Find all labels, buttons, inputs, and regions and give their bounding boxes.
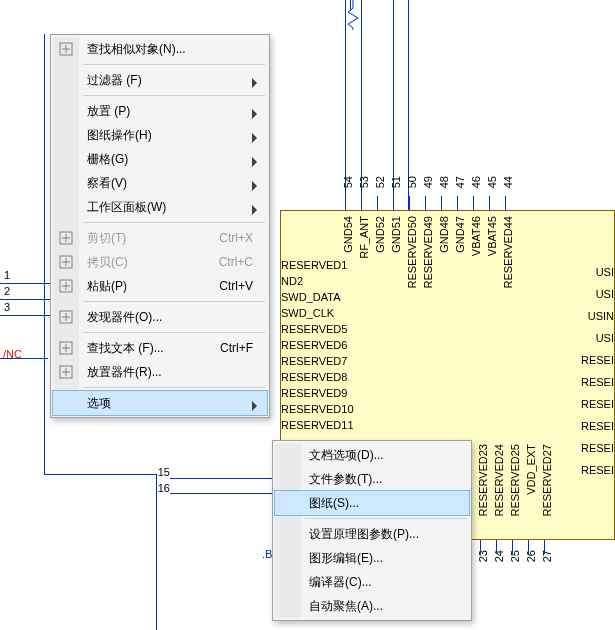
menu-item[interactable]: 文件参数(T)... [275,467,469,491]
wire [0,299,50,300]
menu-item-label: 设置原理图参数(P)... [309,527,419,541]
pin-name: RESERVED23 [477,444,489,517]
menu-item-label: 栅格(G) [87,152,128,166]
menu-item-icon [58,254,74,270]
context-menu[interactable]: 查找相似对象(N)...过滤器 (F)放置 (P)图纸操作(H)栅格(G)察看(… [50,34,270,418]
pin-stub [393,196,394,210]
menu-item-icon [58,364,74,380]
wire [170,478,274,479]
menu-item[interactable]: 放置 (P) [53,99,267,123]
pin-name: GND54 [342,216,354,253]
wire [0,358,48,359]
menu-shortcut: Ctrl+V [219,274,253,298]
pin-number: 44 [502,176,514,188]
menu-item-label: 剪切(T) [87,231,126,245]
menu-item-label: 图纸操作(H) [87,128,152,142]
menu-item[interactable]: 图纸(S)... [275,491,469,515]
menu-item[interactable]: 过滤器 (F) [53,68,267,92]
pin-number: 51 [390,176,402,188]
pin-name: RESERVED44 [502,216,514,289]
pin-name: VDD_EXT [525,444,537,495]
menu-item[interactable]: 设置原理图参数(P)... [275,522,469,546]
pin-name: RESERVED1 [281,259,347,271]
menu-item[interactable]: 选项 [53,391,267,415]
menu-item[interactable]: 图纸操作(H) [53,123,267,147]
pin-stub [457,196,458,210]
menu-item: 剪切(T)Ctrl+X [53,226,267,250]
pin-name: GND52 [374,216,386,253]
pin-stub [505,196,506,210]
pin-stub [496,540,497,554]
menu-item-label: 选项 [87,396,111,410]
component-symbol [345,0,365,30]
menu-item-label: 工作区面板(W) [87,200,166,214]
pin-name: USI [564,288,614,300]
pin-name: RESEI [564,398,614,410]
menu-item[interactable]: 查找相似对象(N)... [53,37,267,61]
wire [0,283,50,284]
menu-item-label: 查找相似对象(N)... [87,42,186,56]
pin-name: USI [564,332,614,344]
menu-item[interactable]: 工作区面板(W) [53,195,267,219]
pin-number: 24 [493,550,505,562]
menu-separator [83,64,265,65]
pin-name: RESEI [564,354,614,366]
menu-item-label: 粘贴(P) [87,279,127,293]
menu-item-icon [58,278,74,294]
wire [44,474,156,475]
menu-item[interactable]: 放置器件(R)... [53,360,267,384]
pin-name: RESERVED27 [541,444,553,517]
menu-item[interactable]: 粘贴(P)Ctrl+V [53,274,267,298]
menu-separator [305,518,467,519]
menu-separator [83,222,265,223]
menu-item-label: 查找文本 (F)... [87,341,164,355]
pin-name: USIN [564,310,614,322]
submenu-arrow-icon [251,73,259,97]
menu-separator [83,301,265,302]
pin-name: RESEI [564,420,614,432]
pin-name: SWD_CLK [281,307,334,319]
menu-separator [83,387,265,388]
menu-shortcut: Ctrl+C [219,250,253,274]
menu-item-label: 编译器(C)... [309,575,372,589]
menu-item-label: 拷贝(C) [87,255,128,269]
pin-number: 2 [4,285,10,297]
menu-shortcut: Ctrl+X [219,226,253,250]
pin-name: VBAT45 [486,216,498,256]
pin-number: 49 [422,176,434,188]
pin-name: ND2 [281,275,303,287]
menu-item[interactable]: 文档选项(D)... [275,443,469,467]
pin-number: 45 [486,176,498,188]
pin-name: RESERVED5 [281,323,347,335]
pin-stub [361,196,362,210]
menu-item[interactable]: 发现器件(O)... [53,305,267,329]
menu-item-icon [58,340,74,356]
menu-item[interactable]: 栅格(G) [53,147,267,171]
context-submenu-options[interactable]: 文档选项(D)...文件参数(T)...图纸(S)...设置原理图参数(P)..… [272,440,472,621]
menu-item[interactable]: 察看(V) [53,171,267,195]
menu-item[interactable]: 编译器(C)... [275,570,469,594]
menu-item-label: 放置器件(R)... [87,365,162,379]
pin-name: RESERVED6 [281,339,347,351]
menu-item-label: 自动聚焦(A)... [309,599,383,613]
pin-number: 15 [150,466,170,478]
pin-name: RESERVED7 [281,355,347,367]
pin-name: GND51 [390,216,402,253]
menu-item[interactable]: 图形编辑(E)... [275,546,469,570]
pin-number: 1 [4,269,10,281]
pin-name: RESEI [564,442,614,454]
menu-item-icon [58,309,74,325]
pin-stub [377,196,378,210]
pin-number: 52 [374,176,386,188]
menu-separator [83,95,265,96]
pin-stub [528,540,529,554]
menu-item-label: 发现器件(O)... [87,310,162,324]
menu-item[interactable]: 自动聚焦(A)... [275,594,469,618]
submenu-arrow-icon [251,200,259,224]
menu-item-icon [58,41,74,57]
pin-name: USI [564,266,614,278]
pin-name: RESEI [564,464,614,476]
pin-name: RESERVED50 [406,216,418,289]
menu-item[interactable]: 查找文本 (F)...Ctrl+F [53,336,267,360]
pin-number: 25 [509,550,521,562]
